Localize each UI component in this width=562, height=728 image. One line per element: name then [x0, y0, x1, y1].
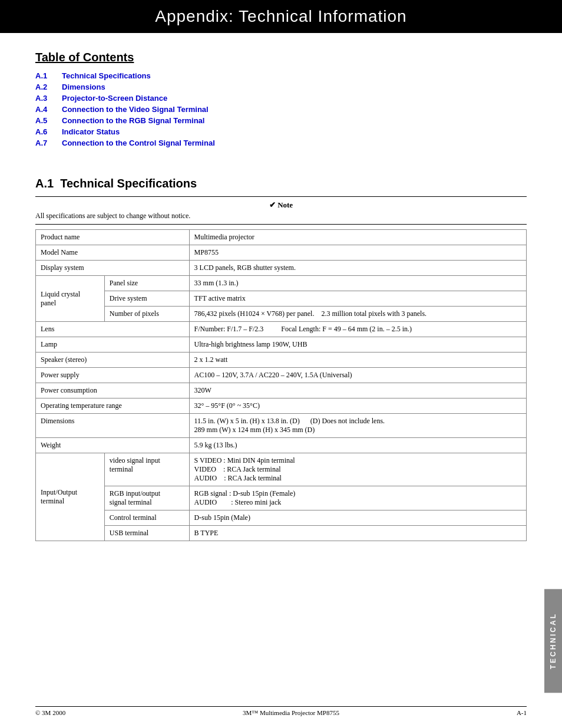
spec-sub-label: Control terminal — [104, 510, 189, 526]
spec-label: Product name — [36, 230, 190, 245]
table-row: USB terminal B TYPE — [36, 526, 527, 541]
table-row: Power consumption 320W — [36, 383, 527, 398]
spec-value: 5.9 kg (13 lbs.) — [189, 438, 526, 453]
table-row: Number of pixels 786,432 pixels (H1024 ×… — [36, 307, 527, 322]
toc-num-a7: A.7 — [35, 139, 62, 147]
footer-center: 3M™ Multimedia Projector MP8755 — [243, 709, 339, 716]
table-row: RGB input/outputsignal terminal RGB sign… — [36, 486, 527, 510]
spec-label: Power supply — [36, 368, 190, 383]
table-row: Power supply AC100 – 120V, 3.7A / AC220 … — [36, 368, 527, 383]
spec-value: S VIDEO : Mini DIN 4pin terminalVIDEO : … — [189, 453, 526, 486]
table-row: Lens F/Number: F/1.7 – F/2.3 Focal Lengt… — [36, 322, 527, 337]
table-row: Input/Outputterminal video signal inputt… — [36, 453, 527, 486]
toc-section: Table of Contents A.1 Technical Specific… — [35, 51, 527, 147]
page-header: Appendix: Technical Information — [0, 0, 562, 33]
spec-value: Ultra-high brightness lamp 190W, UHB — [189, 337, 526, 353]
spec-sub-label: video signal inputterminal — [104, 453, 189, 486]
toc-item-a1[interactable]: A.1 Technical Specifications — [35, 71, 527, 80]
toc-link-a4: Connection to the Video Signal Terminal — [62, 105, 209, 114]
spec-sub-label: Panel size — [104, 276, 189, 291]
spec-value: AC100 – 120V, 3.7A / AC220 – 240V, 1.5A … — [189, 368, 526, 383]
page-footer: © 3M 2000 3M™ Multimedia Projector MP875… — [35, 706, 527, 716]
spec-value: 2 x 1.2 watt — [189, 353, 526, 368]
spec-value: 320W — [189, 383, 526, 398]
spec-label: Weight — [36, 438, 190, 453]
spec-sub-label: Drive system — [104, 291, 189, 307]
spec-label: Operating temperature range — [36, 398, 190, 414]
table-row: Product name Multimedia projector — [36, 230, 527, 245]
section-title: A.1 Technical Specifications — [35, 177, 527, 190]
spec-label: Lamp — [36, 337, 190, 353]
section-a1: A.1 Technical Specifications ✔ Note All … — [35, 177, 527, 541]
toc-title: Table of Contents — [35, 51, 527, 64]
toc-link-a1: Technical Specifications — [62, 71, 151, 80]
spec-group-label: Input/Outputterminal — [36, 453, 105, 541]
toc-link-a3: Projector-to-Screen Distance — [62, 94, 167, 103]
toc-link-a7: Connection to the Control Signal Termina… — [62, 139, 215, 147]
header-title: Appendix: Technical Information — [155, 7, 406, 25]
spec-value: 11.5 in. (W) x 5 in. (H) x 13.8 in. (D) … — [189, 414, 526, 438]
toc-num-a3: A.3 — [35, 94, 62, 103]
spec-value: RGB signal : D-sub 15pin (Female)AUDIO :… — [189, 486, 526, 510]
spec-value: B TYPE — [189, 526, 526, 541]
spec-value: Multimedia projector — [189, 230, 526, 245]
toc-item-a4[interactable]: A.4 Connection to the Video Signal Termi… — [35, 105, 527, 114]
specs-table: Product name Multimedia projector Model … — [35, 229, 527, 541]
spec-label: Speaker (stereo) — [36, 353, 190, 368]
spec-value: TFT active matrix — [189, 291, 526, 307]
toc-item-a6[interactable]: A.6 Indicator Status — [35, 127, 527, 136]
spec-value: 786,432 pixels (H1024 × V768) per panel.… — [189, 307, 526, 322]
footer-right: A-1 — [517, 709, 527, 716]
note-text: All specifications are subject to change… — [35, 212, 527, 220]
table-row: Operating temperature range 32° – 95°F (… — [36, 398, 527, 414]
section-heading: Technical Specifications — [60, 177, 197, 190]
spec-value: D-sub 15pin (Male) — [189, 510, 526, 526]
table-row: Lamp Ultra-high brightness lamp 190W, UH… — [36, 337, 527, 353]
toc-num-a5: A.5 — [35, 116, 62, 125]
toc-num-a6: A.6 — [35, 127, 62, 136]
spec-value: 33 mm (1.3 in.) — [189, 276, 526, 291]
spec-sub-label: RGB input/outputsignal terminal — [104, 486, 189, 510]
toc-num-a1: A.1 — [35, 71, 62, 80]
spec-label: Dimensions — [36, 414, 190, 438]
table-row: Liquid crystalpanel Panel size 33 mm (1.… — [36, 276, 527, 291]
spec-label: Lens — [36, 322, 190, 337]
spec-sub-label: USB terminal — [104, 526, 189, 541]
table-row: Model Name MP8755 — [36, 245, 527, 261]
table-row: Weight 5.9 kg (13 lbs.) — [36, 438, 527, 453]
toc-link-a5: Connection to the RGB Signal Terminal — [62, 116, 204, 125]
side-tab-label: TECHNICAL — [549, 612, 557, 669]
spec-sub-label: Number of pixels — [104, 307, 189, 322]
spec-group-label: Liquid crystalpanel — [36, 276, 105, 322]
spec-label: Model Name — [36, 245, 190, 261]
toc-link-a2: Dimensions — [62, 83, 105, 91]
section-id: A.1 — [35, 177, 54, 190]
spec-value: F/Number: F/1.7 – F/2.3 Focal Length: F … — [189, 322, 526, 337]
table-row: Dimensions 11.5 in. (W) x 5 in. (H) x 13… — [36, 414, 527, 438]
note-title: ✔ Note — [35, 200, 527, 210]
table-row: Display system 3 LCD panels, RGB shutter… — [36, 261, 527, 276]
toc-link-a6: Indicator Status — [62, 127, 120, 136]
toc-list: A.1 Technical Specifications A.2 Dimensi… — [35, 71, 527, 147]
footer-left: © 3M 2000 — [35, 709, 65, 716]
spec-value: MP8755 — [189, 245, 526, 261]
note-box: ✔ Note All specifications are subject to… — [35, 196, 527, 225]
side-tab: TECHNICAL — [544, 589, 562, 693]
toc-item-a2[interactable]: A.2 Dimensions — [35, 83, 527, 91]
toc-num-a4: A.4 — [35, 105, 62, 114]
spec-value: 32° – 95°F (0° ~ 35°C) — [189, 398, 526, 414]
toc-item-a7[interactable]: A.7 Connection to the Control Signal Ter… — [35, 139, 527, 147]
toc-num-a2: A.2 — [35, 83, 62, 91]
toc-item-a3[interactable]: A.3 Projector-to-Screen Distance — [35, 94, 527, 103]
spec-label: Display system — [36, 261, 190, 276]
spec-label: Power consumption — [36, 383, 190, 398]
table-row: Speaker (stereo) 2 x 1.2 watt — [36, 353, 527, 368]
spec-value: 3 LCD panels, RGB shutter system. — [189, 261, 526, 276]
table-row: Drive system TFT active matrix — [36, 291, 527, 307]
table-row: Control terminal D-sub 15pin (Male) — [36, 510, 527, 526]
toc-item-a5[interactable]: A.5 Connection to the RGB Signal Termina… — [35, 116, 527, 125]
